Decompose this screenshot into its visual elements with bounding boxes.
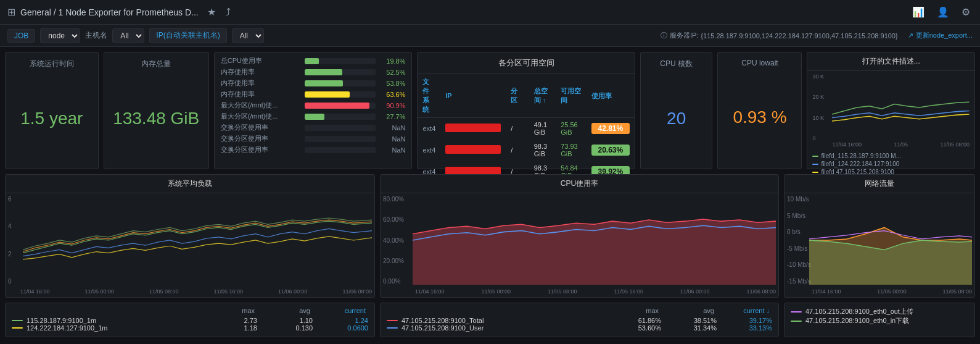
disk-col-0[interactable]: 文件系统 — [418, 74, 440, 118]
page-title: General / 1 Node Exporter for Prometheus… — [20, 7, 199, 17]
usage-row-6: 交换分区使用率 NaN — [221, 123, 406, 132]
network-legend-row-1: 47.105.215.208:9100_eth0_in下载 — [791, 316, 968, 325]
load-legend-line-0 — [12, 320, 23, 321]
share-button[interactable]: ⤴ — [223, 5, 233, 19]
disk-col-5[interactable]: 使用率 — [587, 74, 635, 118]
load-legend-name-1: 124.222.184.127:9100_1m — [27, 324, 216, 332]
disk-row-0: ext4 / 49.1 GiB 25.56 GiB 42.81% — [418, 118, 634, 140]
star-button[interactable]: ★ — [205, 5, 218, 19]
cpu-legend-line-1 — [387, 327, 398, 329]
usage-pct-7: NaN — [379, 135, 405, 143]
load-y-axis: 6420 — [8, 196, 20, 285]
cpu-x-label-5: 11/06 08:00 — [746, 288, 776, 295]
cpu-y-label-3: 20.00% — [383, 258, 413, 264]
load-current-0: 1.24 — [331, 317, 368, 324]
uptime-value: 1.5 year — [14, 74, 89, 162]
ip-redacted-0 — [445, 124, 501, 132]
uptime-card: 系统运行时间 1.5 year — [5, 52, 99, 169]
load-y-label-1: 4 — [8, 223, 20, 230]
server-ip-value: {115.28.187.9:9100,124.222.184.127:9100,… — [701, 32, 897, 40]
cpu-current-header: current ↓ — [733, 307, 770, 314]
cpu-legend-line-0 — [387, 320, 398, 321]
disk-fs-0: ext4 — [418, 118, 440, 140]
file-y-label-3: 0 — [812, 135, 830, 141]
network-y-label-4: -10 Mb/s — [787, 261, 812, 268]
cpu-x-label-2: 11/05 08:00 — [548, 288, 577, 295]
chart-icon-button[interactable]: 📊 — [910, 5, 927, 19]
disk-row-1: ext4 / 98.3 GiB 73.93 GiB 20.63% — [418, 140, 634, 161]
cpu-iowait-card: CPU iowait 0.93 % — [717, 52, 802, 169]
disk-partition-0: / — [506, 118, 529, 140]
person-icon-button[interactable]: 👤 — [934, 5, 952, 19]
usage-label-3: 内存使用率 — [221, 90, 301, 99]
file-legend-item-0: filefd_115.28.187.9:9100 M... — [812, 153, 970, 159]
network-x-label-2: 11/05 08:00 — [942, 288, 972, 295]
network-y-label-3: -5 Mb/s — [787, 245, 812, 252]
file-y-label-0: 30 K — [812, 73, 830, 80]
network-x-axis: 11/04 16:0011/05 00:0011/05 08:00 — [812, 288, 972, 295]
network-y-label-5: -15 Mb/s — [787, 278, 812, 285]
network-chart-panel: 网络流量 10 Mb/s5 Mb/s0 b/s-5 Mb/s-10 Mb/s-1… — [784, 174, 975, 298]
cpu-legend-row-0: 47.105.215.208:9100_Total 61.86% 38.51% … — [387, 317, 772, 324]
memory-value: 133.48 GiB — [113, 74, 200, 162]
disk-avail-0: 25.56 GiB — [556, 118, 587, 140]
usage-bar-2 — [305, 80, 343, 86]
usage-pct-3: 63.6% — [379, 91, 405, 98]
disk-usage-1: 20.63% — [587, 140, 635, 161]
load-chart-title: 系统平均负载 — [6, 175, 374, 193]
network-legend-line-1 — [791, 321, 802, 322]
cpu-legend-vals-0: 61.86% 38.51% 39.17% — [624, 317, 772, 324]
gear-icon-button[interactable]: ⚙ — [959, 5, 973, 19]
ip-filter-btn[interactable]: IP(自动关联主机名) — [149, 28, 226, 43]
file-panel: 打开的文件描述... 30 K20 K10 K0 11/04 16:0011/0… — [807, 52, 975, 169]
disk-col-4[interactable]: 可用空间 — [556, 74, 587, 118]
network-y-label-0: 10 Mb/s — [787, 196, 812, 203]
load-max-1: 1.18 — [220, 324, 257, 332]
usage-label-5: 最大分区(/mnt)使... — [221, 112, 301, 121]
load-chart-area: 6420 11/04 16:0011/05 00:0011/05 08:0011… — [6, 193, 374, 297]
server-ip-label: 服务器IP: — [670, 31, 698, 40]
load-legend-row-1: 124.222.184.127:9100_1m 1.18 0.130 0.060… — [12, 324, 368, 332]
cpu-y-label-2: 40.00% — [383, 237, 413, 244]
file-y-label-1: 20 K — [812, 94, 830, 100]
load-legend: max avg current 115.28.187.9:9100_1m 2.7… — [5, 303, 375, 337]
disk-col-3[interactable]: 总空间 ↑ — [529, 74, 556, 118]
cpu-max-header: max — [622, 307, 659, 314]
cpu-y-axis: 80.00%60.00%40.00%20.00%0.00% — [383, 196, 413, 285]
disk-col-2[interactable]: 分区 — [506, 74, 529, 118]
disk-badge-1: 20.63% — [591, 145, 630, 156]
load-x-label-4: 11/06 00:00 — [278, 288, 308, 295]
usage-bar-container-0 — [305, 58, 376, 64]
node-select[interactable]: node — [40, 28, 80, 43]
file-panel-title: 打开的文件描述... — [807, 52, 974, 71]
cpu-legend-name-0: 47.105.215.208:9100_Total — [401, 317, 620, 324]
cpu-x-label-4: 11/06 00:00 — [680, 288, 710, 295]
filter-bar: JOB node 主机名 All IP(自动关联主机名) All ⓘ 服务器IP… — [0, 25, 980, 47]
all-select-1[interactable]: All — [112, 28, 144, 43]
external-link-icon: ↗ — [908, 31, 913, 40]
cpu-y-label-1: 60.00% — [383, 216, 413, 223]
load-x-axis: 11/04 16:0011/05 00:0011/05 08:0011/05 1… — [20, 288, 372, 295]
disk-col-1[interactable]: IP — [440, 74, 506, 118]
all-select-2[interactable]: All — [232, 28, 264, 43]
cpu-legend-header: max avg current ↓ — [387, 307, 772, 314]
cpu-legend: max avg current ↓ 47.105.215.208:9100_To… — [380, 303, 779, 337]
network-legend-row-0: 47.105.215.208:9100_eth0_out上传 — [791, 307, 968, 316]
usage-bar-container-3 — [305, 91, 376, 98]
server-info: ⓘ 服务器IP: {115.28.187.9:9100,124.222.184.… — [661, 31, 973, 40]
cpu-max-1: 53.60% — [624, 324, 661, 332]
load-x-label-0: 11/04 16:00 — [20, 288, 50, 295]
disk-partition-1: / — [506, 140, 529, 161]
load-avg-0: 1.10 — [276, 317, 313, 324]
load-chart-panel: 系统平均负载 6420 11/04 16:0011/05 00:0011/05 … — [5, 174, 375, 298]
load-legend-line-1 — [12, 327, 23, 329]
cpu-x-label-0: 11/04 16:00 — [415, 288, 445, 295]
cpu-x-axis: 11/04 16:0011/05 00:0011/05 08:0011/05 1… — [415, 288, 776, 295]
usage-pct-1: 52.5% — [379, 69, 405, 76]
file-legend-item-1: filefd_124.222.184.127:9100 — [812, 161, 970, 167]
cpu-iowait-title: CPU iowait — [727, 59, 793, 67]
usage-bar-4 — [305, 103, 369, 109]
update-node-link[interactable]: ↗ 更新node_export... — [908, 31, 973, 40]
network-legend-name-0: 47.105.215.208:9100_eth0_out上传 — [805, 307, 968, 316]
job-filter-btn[interactable]: JOB — [7, 29, 35, 43]
